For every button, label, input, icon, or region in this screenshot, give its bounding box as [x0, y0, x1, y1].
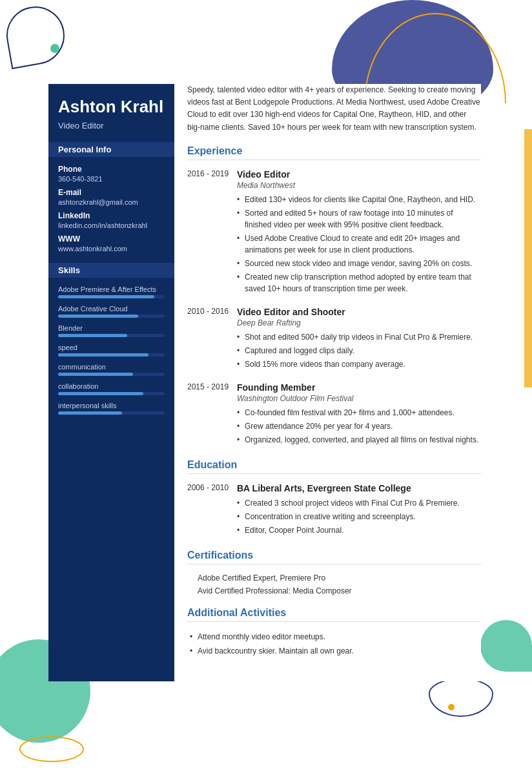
summary-text: Speedy, talented video editor with 4+ ye… [187, 84, 481, 134]
skill-bar-fill [58, 392, 143, 395]
activities-list: Attend monthly video editor meetups.Avid… [187, 631, 481, 657]
main-content: Speedy, talented video editor with 4+ ye… [174, 84, 481, 681]
edu-bullets: Created 3 school project videos with Fin… [237, 497, 481, 536]
skill-bar-fill [58, 295, 154, 298]
education-heading: Education [187, 459, 481, 474]
skill-name: Adobe Premiere & After Effects [58, 285, 165, 293]
contact-label: LinkedIn [58, 211, 165, 220]
activity-bullet: Avid backcountry skier. Maintain all own… [198, 645, 481, 657]
certifications-section: Certifications Adobe Certified Expert, P… [187, 550, 481, 595]
activities-heading: Additional Activities [187, 607, 481, 622]
deco-top-left-arc [2, 2, 69, 69]
exp-job-title: Founding Member [237, 382, 481, 393]
candidate-name: Ashton Krahl [58, 97, 165, 117]
exp-bullets: Shot and edited 500+ daily trip videos i… [237, 331, 481, 370]
exp-company: Washington Outdoor Film Festival [237, 394, 481, 403]
exp-bullet: Sourced new stock video and image vendor… [237, 258, 481, 269]
deco-bottom-right-shape [429, 678, 493, 717]
exp-bullet: Created new clip transcription method ad… [237, 271, 481, 294]
skill-bar-bg [58, 353, 165, 356]
skill-bar-fill [58, 315, 138, 318]
exp-details: Video EditorMedia NorthwestEdited 130+ v… [237, 169, 481, 296]
resume-container: Ashton Krahl Video Editor Personal Info … [48, 84, 481, 681]
skill-name: Blender [58, 324, 165, 332]
skill-item: speed [58, 344, 165, 356]
deco-top-left-dot [50, 44, 59, 53]
exp-bullet: Co-founded film festival with 20+ films … [237, 407, 481, 418]
edu-date: 2006 - 2010 [187, 483, 229, 538]
deco-bottom-left-ellipse [19, 736, 84, 762]
edu-bullet: Created 3 school project videos with Fin… [237, 497, 481, 509]
exp-date: 2015 - 2019 [187, 382, 229, 448]
personal-info-heading: Personal Info [48, 142, 174, 157]
skill-bar-fill [58, 411, 122, 415]
deco-bottom-right-dot [448, 704, 455, 710]
skill-bar-bg [58, 315, 165, 318]
contact-label: WWW [58, 234, 165, 243]
skill-bar-bg [58, 392, 165, 395]
activity-bullet: Attend monthly video editor meetups. [198, 631, 481, 643]
skill-bar-bg [58, 295, 165, 298]
skill-bar-bg [58, 334, 165, 337]
exp-bullet: Sorted and edited 5+ hours of raw footag… [237, 207, 481, 231]
skill-bar-bg [58, 411, 165, 415]
contact-label: Phone [58, 165, 165, 174]
exp-job-title: Video Editor and Shooter [237, 307, 481, 317]
exp-bullet: Shot and edited 500+ daily trip videos i… [237, 331, 481, 343]
experience-entry: 2015 - 2019Founding MemberWashington Out… [187, 382, 481, 448]
skill-bar-fill [58, 334, 127, 337]
skill-bar-fill [58, 373, 133, 376]
certifications-entries: Adobe Certified Expert, Premiere ProAvid… [187, 574, 481, 595]
experience-section: Experience 2016 - 2019Video EditorMedia … [187, 145, 481, 448]
education-entries: 2006 - 2010BA Liberal Arts, Evergreen St… [187, 483, 481, 538]
contact-value: linkedin.com/in/ashtonzkrahl [58, 222, 165, 229]
experience-entry: 2010 - 2016Video Editor and ShooterDeep … [187, 307, 481, 372]
contact-value: 360-540-3821 [58, 175, 165, 183]
contact-value: www.ashtonkrahl.com [58, 245, 165, 253]
cert-entry: Adobe Certified Expert, Premiere Pro [187, 574, 481, 583]
cert-entry: Avid Certified Professional: Media Compo… [187, 586, 481, 595]
education-section: Education 2006 - 2010BA Liberal Arts, Ev… [187, 459, 481, 538]
skill-item: Adobe Premiere & After Effects [58, 285, 165, 298]
skill-bar-bg [58, 373, 165, 376]
skill-name: speed [58, 344, 165, 351]
experience-heading: Experience [187, 145, 481, 160]
exp-bullets: Edited 130+ videos for clients like Capi… [237, 194, 481, 294]
skill-name: communication [58, 363, 165, 371]
skill-name: interpersonal skills [58, 402, 165, 409]
sidebar: Ashton Krahl Video Editor Personal Info … [48, 84, 174, 681]
edu-details: BA Liberal Arts, Evergreen State College… [237, 483, 481, 538]
exp-bullet: Edited 130+ videos for clients like Capi… [237, 194, 481, 205]
skills-container: Adobe Premiere & After EffectsAdobe Crea… [58, 285, 165, 415]
skill-item: interpersonal skills [58, 402, 165, 415]
skill-item: communication [58, 363, 165, 376]
exp-bullet: Organized, logged, converted, and played… [237, 434, 481, 446]
exp-job-title: Video Editor [237, 169, 481, 180]
activities-section: Additional Activities Attend monthly vid… [187, 607, 481, 657]
exp-details: Video Editor and ShooterDeep Bear Raftin… [237, 307, 481, 372]
deco-bottom-right-teal [480, 620, 532, 672]
skill-item: Adobe Creative Cloud [58, 305, 165, 318]
exp-company: Media Northwest [237, 181, 481, 190]
exp-bullet: Sold 15% more videos than company averag… [237, 358, 481, 370]
skill-item: Blender [58, 324, 165, 337]
experience-entries: 2016 - 2019Video EditorMedia NorthwestEd… [187, 169, 481, 448]
exp-bullets: Co-founded film festival with 20+ films … [237, 407, 481, 446]
certifications-heading: Certifications [187, 550, 481, 564]
deco-right-bar [524, 129, 532, 388]
exp-bullet: Used Adobe Creative Cloud to create and … [237, 232, 481, 256]
exp-bullet: Captured and logged clips daily. [237, 345, 481, 356]
education-entry: 2006 - 2010BA Liberal Arts, Evergreen St… [187, 483, 481, 538]
skill-item: collaboration [58, 382, 165, 395]
skills-heading: Skills [48, 263, 174, 278]
skill-bar-fill [58, 353, 148, 356]
edu-bullet: Concentration in creative writing and sc… [237, 511, 481, 522]
exp-company: Deep Bear Rafting [237, 318, 481, 327]
candidate-title: Video Editor [58, 121, 165, 130]
exp-details: Founding MemberWashington Outdoor Film F… [237, 382, 481, 448]
exp-date: 2016 - 2019 [187, 169, 229, 296]
contacts-container: Phone360-540-3821E-mailashtonzkrahl@gmai… [58, 165, 165, 253]
skill-name: Adobe Creative Cloud [58, 305, 165, 313]
contact-label: E-mail [58, 188, 165, 197]
contact-value: ashtonzkrahl@gmail.com [58, 198, 165, 206]
